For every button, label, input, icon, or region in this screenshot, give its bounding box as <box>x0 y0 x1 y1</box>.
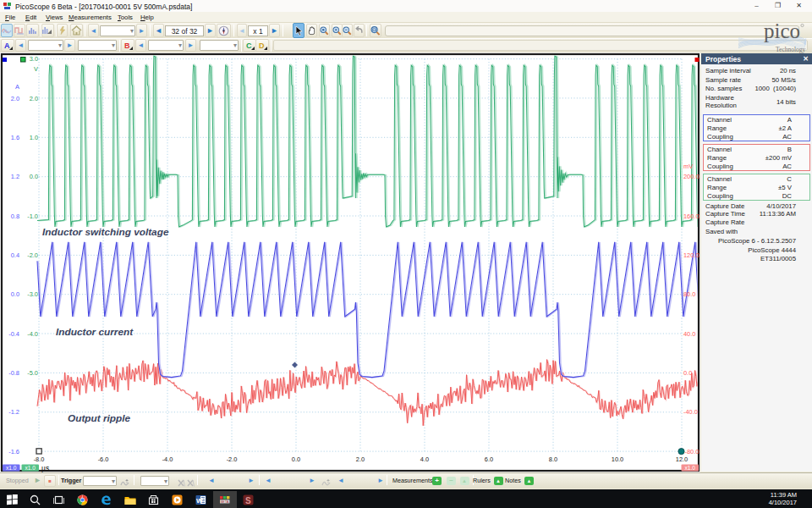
svg-text:-40.0: -40.0 <box>683 408 698 416</box>
svg-text:mV: mV <box>683 163 693 170</box>
svg-text:6.0: 6.0 <box>485 456 493 463</box>
svg-text:x1.0: x1.0 <box>684 465 695 471</box>
svg-text:Inductor switching voltage: Inductor switching voltage <box>42 226 169 238</box>
svg-text:40.0: 40.0 <box>683 330 695 338</box>
svg-text:-6.0: -6.0 <box>98 456 109 463</box>
svg-text:Technology: Technology <box>776 46 806 53</box>
svg-text:1.2: 1.2 <box>11 173 19 180</box>
svg-text:-2.0: -2.0 <box>227 456 238 463</box>
svg-text:-4.0: -4.0 <box>27 330 38 338</box>
svg-text:4.0: 4.0 <box>420 456 429 463</box>
svg-text:2.0: 2.0 <box>30 95 38 102</box>
svg-text:x1.0: x1.0 <box>6 465 17 471</box>
svg-text:0.0: 0.0 <box>292 456 300 463</box>
svg-text:-4.0: -4.0 <box>162 456 173 463</box>
svg-text:2.0: 2.0 <box>11 95 19 102</box>
svg-text:1.0: 1.0 <box>30 134 38 141</box>
svg-text:-0.8: -0.8 <box>8 369 19 377</box>
svg-text:-5.0: -5.0 <box>27 369 38 377</box>
svg-text:10.0: 10.0 <box>612 456 623 463</box>
svg-text:1.6: 1.6 <box>11 134 19 141</box>
svg-text:2.0: 2.0 <box>356 456 365 463</box>
svg-text:-1.2: -1.2 <box>8 408 19 416</box>
svg-text:Inductor current: Inductor current <box>56 326 134 338</box>
svg-text:200.0: 200.0 <box>683 173 700 180</box>
svg-text:-3.0: -3.0 <box>27 290 38 298</box>
svg-text:-1.0: -1.0 <box>27 213 38 220</box>
svg-text:W: W <box>196 497 203 505</box>
svg-text:-1.6: -1.6 <box>8 448 19 456</box>
svg-text:-0.4: -0.4 <box>8 330 19 338</box>
svg-text:0.4: 0.4 <box>11 251 19 259</box>
svg-text:0.8: 0.8 <box>11 213 19 220</box>
svg-text:-2.0: -2.0 <box>27 251 38 259</box>
svg-text:x1.0: x1.0 <box>25 465 36 471</box>
svg-text:3.0: 3.0 <box>30 55 38 63</box>
svg-text:80.0: 80.0 <box>683 290 695 298</box>
svg-text:0.0: 0.0 <box>30 173 38 180</box>
svg-text:160.0: 160.0 <box>683 213 700 220</box>
svg-text:12.0: 12.0 <box>676 456 688 463</box>
svg-text:-80.0: -80.0 <box>685 448 700 456</box>
svg-text:-8.0: -8.0 <box>34 456 45 463</box>
svg-text:A: A <box>15 83 19 91</box>
svg-text:120.0: 120.0 <box>683 251 700 259</box>
svg-text:V: V <box>34 65 38 73</box>
svg-text:0.0: 0.0 <box>11 290 19 298</box>
svg-text:8.0: 8.0 <box>549 456 557 463</box>
svg-text:µs: µs <box>41 464 49 472</box>
svg-text:S: S <box>245 496 251 505</box>
svg-text:pico: pico <box>764 19 800 42</box>
svg-text:0.0: 0.0 <box>683 369 692 377</box>
svg-text:BETA: BETA <box>220 500 228 504</box>
svg-text:Output ripple: Output ripple <box>68 412 130 424</box>
